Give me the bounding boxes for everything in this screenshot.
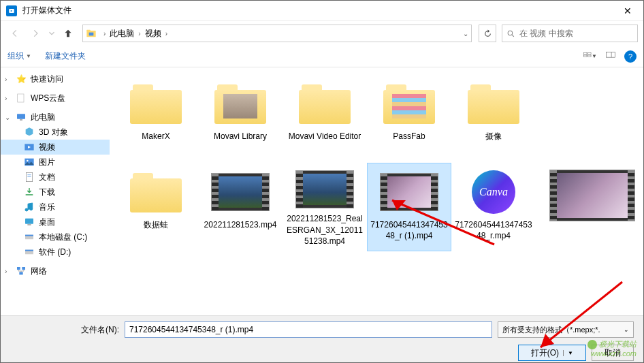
nav-forward-button[interactable] — [27, 25, 44, 42]
nav-back-button[interactable] — [6, 25, 24, 42]
preview-thumbnail — [549, 170, 635, 221]
cube-icon — [24, 127, 35, 138]
canva-icon: Canva — [472, 170, 515, 214]
sidebar-item-music[interactable]: 音乐 — [1, 200, 110, 215]
star-icon: ⭐ — [16, 74, 27, 84]
folder-passfab[interactable]: PassFab — [367, 74, 451, 163]
svg-rect-10 — [588, 54, 592, 57]
chevron-right-icon[interactable]: › — [101, 30, 108, 37]
disk-icon — [24, 232, 35, 242]
content-area: ›⭐快速访问 ›WPS云盘 ⌄此电脑 3D 对象 视频 图片 文档 下载 音乐 … — [1, 67, 643, 315]
app-icon — [6, 5, 17, 16]
video-icon — [24, 142, 35, 153]
search-input[interactable] — [519, 29, 633, 38]
sidebar-item-wps[interactable]: ›WPS云盘 — [1, 91, 110, 106]
sidebar-item-3d[interactable]: 3D 对象 — [1, 125, 110, 140]
svg-rect-30 — [22, 267, 25, 270]
svg-rect-13 — [18, 94, 24, 102]
svg-line-6 — [512, 35, 514, 37]
file-video-1[interactable]: 202211281523.mp4 — [198, 163, 283, 251]
sidebar-item-desktop[interactable]: 桌面 — [1, 215, 110, 230]
folder-movavi-library[interactable]: Movavi Library — [198, 74, 283, 163]
preview-pane-icon[interactable] — [604, 50, 617, 63]
svg-rect-8 — [584, 54, 587, 57]
close-icon[interactable]: ✕ — [617, 5, 638, 16]
nav-bar: › 此电脑 › 视频 › ⌄ — [1, 21, 643, 46]
svg-rect-23 — [25, 219, 33, 224]
file-canva[interactable]: Canva 7172604544134745348_r.mp4 — [451, 163, 536, 251]
svg-rect-14 — [17, 114, 25, 119]
nav-recent-button[interactable] — [47, 25, 57, 42]
sidebar-item-network[interactable]: ›网络 — [1, 264, 110, 279]
address-dropdown-icon[interactable]: ⌄ — [463, 30, 468, 37]
svg-rect-26 — [25, 235, 33, 236]
folder-camera[interactable]: 摄像 — [451, 74, 536, 163]
crumb-thispc[interactable]: 此电脑 — [108, 28, 135, 40]
sidebar-item-downloads[interactable]: 下载 — [1, 185, 110, 200]
chevron-down-icon: ▼ — [563, 350, 573, 356]
help-icon[interactable]: ? — [624, 50, 637, 63]
folder-makerx[interactable]: MakerX — [114, 74, 198, 163]
folder-movavi-video-editor[interactable]: Movavi Video Editor — [283, 74, 367, 163]
sidebar-item-thispc[interactable]: ⌄此电脑 — [1, 110, 110, 125]
nav-up-button[interactable] — [59, 25, 77, 42]
search-icon — [506, 29, 515, 38]
chevron-down-icon: ▼ — [26, 53, 31, 59]
cloud-icon — [16, 93, 27, 104]
svg-rect-28 — [25, 250, 33, 251]
video-folder-icon — [86, 28, 97, 39]
disk-icon — [24, 247, 35, 257]
footer: 文件名(N): 所有受支持的格式（*.mepx;*.⌄ 打开(O)▼ 取消 — [1, 315, 643, 363]
sidebar-item-pictures[interactable]: 图片 — [1, 155, 110, 170]
picture-icon — [24, 157, 35, 168]
sidebar: ›⭐快速访问 ›WPS云盘 ⌄此电脑 3D 对象 视频 图片 文档 下载 音乐 … — [1, 67, 110, 315]
svg-rect-20 — [26, 172, 32, 181]
sidebar-item-video[interactable]: 视频 — [1, 140, 110, 155]
svg-rect-15 — [20, 119, 22, 120]
sidebar-item-diskd[interactable]: 软件 (D:) — [1, 244, 110, 259]
organize-button[interactable]: 组织▼ — [7, 50, 31, 62]
network-icon — [16, 266, 27, 277]
chevron-right-icon[interactable]: › — [135, 30, 143, 37]
svg-rect-24 — [27, 224, 31, 225]
file-video-3[interactable]: 7172604544134745348_r (1).mp4 — [367, 163, 451, 251]
sidebar-item-quick[interactable]: ›⭐快速访问 — [1, 72, 110, 86]
new-folder-button[interactable]: 新建文件夹 — [45, 50, 86, 62]
filename-input[interactable] — [125, 321, 492, 338]
file-list[interactable]: MakerX Movavi Library Movavi Video Edito… — [110, 67, 541, 315]
view-thumbnails-icon[interactable]: ▼ — [583, 50, 597, 63]
crumb-video[interactable]: 视频 — [144, 28, 163, 40]
sidebar-item-diskc[interactable]: 本地磁盘 (C:) — [1, 230, 110, 244]
svg-rect-3 — [86, 30, 90, 32]
file-video-2[interactable]: 202211281523_RealESRGAN_3X_1201151238.mp… — [283, 163, 367, 251]
window-title: 打开媒体文件 — [22, 5, 617, 16]
download-icon — [24, 187, 35, 198]
filename-label: 文件名(N): — [10, 324, 119, 336]
cancel-button[interactable]: 取消 — [592, 345, 634, 361]
titlebar: 打开媒体文件 ✕ — [1, 1, 643, 21]
desktop-icon — [24, 217, 35, 227]
svg-rect-7 — [584, 52, 587, 54]
preview-pane — [541, 67, 643, 315]
folder-shujuwa[interactable]: 数据蛙 — [114, 163, 198, 251]
open-button[interactable]: 打开(O)▼ — [518, 345, 586, 361]
svg-rect-9 — [588, 52, 592, 54]
chevron-right-icon[interactable]: › — [163, 30, 170, 37]
svg-rect-4 — [89, 33, 94, 36]
svg-rect-11 — [607, 52, 615, 57]
file-type-filter[interactable]: 所有受支持的格式（*.mepx;*.⌄ — [498, 321, 634, 338]
document-icon — [24, 172, 35, 183]
pc-icon — [16, 112, 27, 123]
svg-point-5 — [508, 31, 513, 35]
search-box[interactable] — [502, 25, 638, 42]
svg-rect-31 — [19, 272, 22, 274]
chevron-down-icon: ⌄ — [624, 326, 629, 333]
svg-point-19 — [27, 160, 29, 162]
sidebar-item-documents[interactable]: 文档 — [1, 170, 110, 185]
music-icon — [24, 202, 35, 212]
svg-rect-29 — [17, 267, 20, 270]
toolbar: 组织▼ 新建文件夹 ▼ ? — [1, 46, 643, 67]
refresh-button[interactable] — [479, 25, 496, 42]
address-bar[interactable]: › 此电脑 › 视频 › ⌄ — [82, 25, 472, 42]
